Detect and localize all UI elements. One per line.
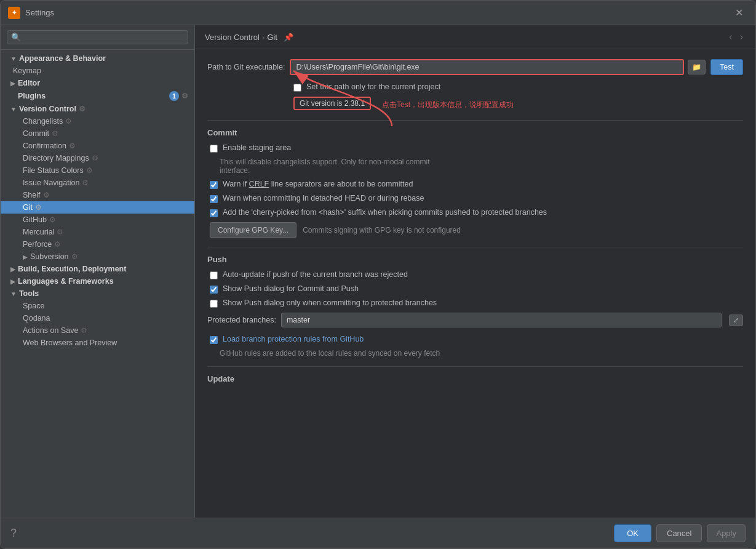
apply-button[interactable]: Apply: [707, 524, 746, 542]
breadcrumb-parent[interactable]: Version Control: [205, 33, 260, 42]
sidebar-item-directory-mappings[interactable]: Directory Mappings ⚙: [1, 152, 194, 164]
sidebar-item-shelf[interactable]: Shelf ⚙: [1, 189, 194, 201]
sidebar-item-editor[interactable]: ▶ Editor: [1, 77, 194, 89]
search-wrap[interactable]: 🔍: [7, 30, 188, 44]
git-path-row: Path to Git executable: 📁 Test: [207, 59, 743, 75]
sidebar-item-github[interactable]: GitHub ⚙: [1, 214, 194, 226]
sidebar-item-plugins[interactable]: ▶ Plugins 1 ⚙: [1, 89, 194, 103]
protected-input[interactable]: [281, 313, 722, 327]
sidebar-item-label: Web Browsers and Preview: [23, 339, 117, 347]
sidebar-item-build-exec[interactable]: ▶ Build, Execution, Deployment: [1, 263, 194, 275]
load-protection-checkbox[interactable]: [210, 336, 218, 344]
version-row: Git version is 2.38.1 点击Test，出现版本信息，说明配置…: [207, 97, 743, 113]
browse-button[interactable]: 📁: [688, 60, 706, 74]
ok-button[interactable]: OK: [614, 524, 651, 542]
gear-icon[interactable]: ⚙: [49, 215, 56, 224]
sidebar-item-issue-navigation[interactable]: Issue Navigation ⚙: [1, 177, 194, 189]
sidebar-item-version-control[interactable]: ▼ Version Control ⚙: [1, 103, 194, 115]
gear-icon[interactable]: ⚙: [82, 178, 89, 187]
auto-update-row: Auto-update if push of the current branc…: [207, 270, 743, 279]
sidebar-item-perforce[interactable]: Perforce ⚙: [1, 238, 194, 250]
gear-icon[interactable]: ⚙: [71, 252, 78, 261]
annotation-text: 点击Test，出现版本信息，说明配置成功: [382, 100, 514, 110]
sidebar-item-confirmation[interactable]: Confirmation ⚙: [1, 140, 194, 152]
sidebar: 🔍 ▼ Appearance & Behavior Keymap ▶ Edito: [1, 25, 195, 518]
path-input[interactable]: [290, 59, 684, 75]
arrow-icon: ▶: [10, 278, 15, 285]
gear-icon[interactable]: ⚙: [65, 117, 72, 126]
gear-icon[interactable]: ⚙: [79, 105, 86, 113]
expand-button[interactable]: ⤢: [729, 315, 743, 326]
sidebar-item-web-browsers[interactable]: Web Browsers and Preview: [1, 337, 194, 349]
sidebar-item-file-status-colors[interactable]: File Status Colors ⚙: [1, 164, 194, 177]
app-icon: ✦: [8, 7, 20, 19]
protected-branches-row: Protected branches: ⤢: [207, 313, 743, 327]
nav-arrows: ‹ ›: [726, 30, 746, 44]
gear-icon[interactable]: ⚙: [86, 166, 93, 175]
sidebar-item-label: Shelf: [23, 191, 41, 199]
back-button[interactable]: ‹: [726, 30, 734, 44]
load-protection-row: Load branch protection rules from GitHub: [207, 335, 743, 344]
sidebar-item-keymap[interactable]: Keymap: [1, 65, 194, 77]
sidebar-item-mercurial[interactable]: Mercurial ⚙: [1, 226, 194, 238]
help-button[interactable]: ?: [10, 527, 17, 540]
auto-update-label[interactable]: Auto-update if push of the current branc…: [223, 270, 408, 279]
gear-icon[interactable]: ⚙: [81, 326, 87, 335]
sidebar-item-label: Changelists: [23, 117, 63, 126]
sidebar-item-actions-on-save[interactable]: Actions on Save ⚙: [1, 324, 194, 337]
gear-icon[interactable]: ⚙: [57, 228, 63, 236]
forward-button[interactable]: ›: [738, 30, 746, 44]
enable-staging-checkbox[interactable]: [210, 145, 218, 153]
warn-detached-label[interactable]: Warn when committing in detached HEAD or…: [223, 194, 424, 202]
sidebar-item-commit[interactable]: Commit ⚙: [1, 127, 194, 140]
cherry-picked-label[interactable]: Add the 'cherry-picked from <hash>' suff…: [223, 208, 547, 217]
search-box[interactable]: 🔍: [1, 25, 194, 50]
sidebar-item-label: Space: [23, 302, 44, 310]
gpg-hint: Commits signing with GPG key is not conf…: [303, 226, 461, 234]
warn-crlf-checkbox[interactable]: [210, 181, 218, 189]
show-push-checkbox[interactable]: [210, 286, 218, 294]
gear-icon[interactable]: ⚙: [69, 142, 76, 150]
crlf-link[interactable]: CRLF: [249, 180, 269, 188]
set-path-only-checkbox[interactable]: [293, 84, 301, 92]
sidebar-item-subversion[interactable]: ▶ Subversion ⚙: [1, 250, 194, 263]
show-push-protected-checkbox[interactable]: [210, 300, 218, 308]
show-push-label[interactable]: Show Push dialog for Commit and Push: [223, 284, 359, 293]
enable-staging-label[interactable]: Enable staging area: [223, 143, 291, 152]
footer: ? OK Cancel Apply: [1, 518, 755, 548]
set-path-only-label[interactable]: Set this path only for the current proje…: [306, 82, 440, 91]
arrow-icon: ▼: [10, 106, 17, 113]
gear-icon[interactable]: ⚙: [54, 240, 61, 249]
sidebar-item-git[interactable]: Git ⚙: [1, 201, 194, 214]
sidebar-item-languages[interactable]: ▶ Languages & Frameworks: [1, 275, 194, 287]
sidebar-item-space[interactable]: Space: [1, 300, 194, 312]
sidebar-item-label: Keymap: [13, 66, 41, 75]
gear-icon[interactable]: ⚙: [92, 154, 98, 162]
cancel-button[interactable]: Cancel: [656, 524, 702, 542]
sidebar-item-changelists[interactable]: Changelists ⚙: [1, 115, 194, 127]
gear-icon[interactable]: ⚙: [43, 191, 50, 199]
warn-detached-checkbox[interactable]: [210, 195, 218, 203]
search-input[interactable]: [23, 33, 184, 42]
staging-hint: This will disable changelists support. O…: [207, 158, 743, 175]
sidebar-item-appearance[interactable]: ▼ Appearance & Behavior: [1, 52, 194, 65]
push-divider: [207, 247, 743, 247]
sidebar-tree: ▼ Appearance & Behavior Keymap ▶ Editor …: [1, 50, 194, 518]
main-content: 🔍 ▼ Appearance & Behavior Keymap ▶ Edito: [1, 25, 755, 518]
cherry-picked-checkbox[interactable]: [210, 209, 218, 217]
sidebar-item-qodana[interactable]: Qodana: [1, 312, 194, 324]
gear-icon[interactable]: ⚙: [181, 92, 188, 100]
update-section-title: Update: [207, 374, 743, 383]
configure-gpg-button[interactable]: Configure GPG Key...: [210, 222, 296, 238]
pin-icon[interactable]: 📌: [284, 33, 293, 42]
cherry-picked-row: Add the 'cherry-picked from <hash>' suff…: [207, 208, 743, 217]
close-button[interactable]: ✕: [730, 4, 748, 21]
gear-icon[interactable]: ⚙: [35, 203, 42, 212]
test-button[interactable]: Test: [710, 59, 743, 75]
show-push-protected-label[interactable]: Show Push dialog only when committing to…: [223, 299, 437, 307]
load-protection-label[interactable]: Load branch protection rules from GitHub: [223, 335, 364, 343]
window-title: Settings: [25, 8, 730, 17]
sidebar-item-tools[interactable]: ▼ Tools: [1, 287, 194, 300]
gear-icon[interactable]: ⚙: [52, 129, 58, 138]
auto-update-checkbox[interactable]: [210, 271, 218, 279]
